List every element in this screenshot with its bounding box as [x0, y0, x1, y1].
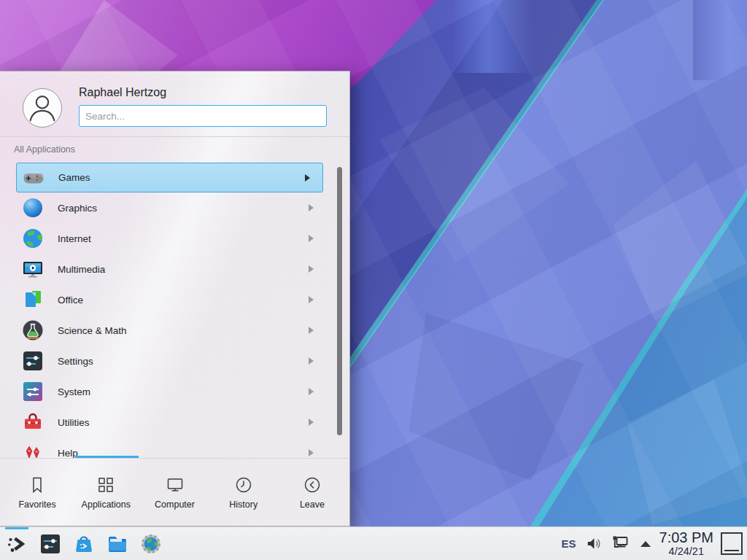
clock-icon — [234, 475, 253, 494]
taskbar-launchers — [0, 527, 168, 560]
application-launcher-menu: Raphael Hertzog All Applications Games — [0, 71, 350, 526]
user-avatar[interactable] — [23, 88, 62, 128]
grid-icon — [96, 475, 115, 494]
submenu-arrow-icon — [309, 419, 314, 426]
kde-launcher-icon — [5, 532, 28, 556]
user-name: Raphael Hertzog — [79, 86, 166, 99]
gamepad-icon — [22, 166, 45, 190]
discover-bag-icon — [72, 532, 96, 556]
tab-label: History — [229, 499, 258, 510]
system-settings-launcher[interactable] — [34, 527, 67, 560]
system-settings-icon — [39, 532, 62, 556]
digital-clock[interactable]: 7:03 PM 4/24/21 — [659, 530, 713, 557]
category-settings[interactable]: Settings — [0, 346, 349, 376]
submenu-arrow-icon — [309, 357, 314, 365]
search-input[interactable] — [79, 105, 327, 127]
taskbar: ES 7:03 PM 4/24/21 — [0, 526, 747, 560]
header-divider — [0, 136, 349, 137]
clock-date: 4/24/21 — [659, 545, 713, 557]
keyboard-layout-indicator[interactable]: ES — [562, 537, 576, 550]
web-browser-globe-icon — [139, 532, 163, 556]
category-utilities[interactable]: Utilities — [0, 407, 349, 438]
desktop: Raphael Hertzog All Applications Games — [0, 0, 747, 560]
system-sliders-icon — [21, 380, 44, 403]
globe-icon — [21, 227, 44, 250]
toolbox-icon — [21, 411, 44, 434]
tab-label: Leave — [300, 499, 325, 510]
sphere-icon — [21, 196, 44, 219]
category-games[interactable]: Games — [16, 163, 323, 192]
tab-label: Favorites — [18, 499, 55, 510]
flask-icon — [21, 319, 44, 342]
active-task-indicator — [5, 527, 28, 529]
web-browser-launcher[interactable] — [134, 527, 168, 560]
discover-launcher[interactable] — [67, 527, 101, 560]
category-label: Settings — [58, 356, 93, 367]
category-science-math[interactable]: Science & Math — [0, 315, 349, 346]
monitor-icon — [166, 475, 185, 494]
category-multimedia[interactable]: Multimedia — [0, 254, 349, 284]
category-system[interactable]: System — [0, 376, 349, 407]
category-label: Utilities — [58, 417, 90, 428]
submenu-arrow-icon — [309, 449, 314, 456]
list-scrollbar[interactable] — [337, 167, 342, 435]
person-icon — [23, 88, 61, 128]
section-label: All Applications — [14, 144, 75, 155]
category-label: Graphics — [58, 203, 97, 214]
tab-applications[interactable]: Applications — [71, 459, 140, 526]
bookmark-icon — [28, 475, 47, 494]
tab-computer[interactable]: Computer — [140, 459, 209, 526]
submenu-arrow-icon — [309, 235, 314, 242]
file-manager-folder-icon — [106, 532, 129, 556]
category-office[interactable]: Office — [0, 284, 349, 315]
submenu-arrow-icon — [309, 327, 314, 334]
tab-label: Applications — [82, 499, 131, 510]
category-label: Internet — [58, 233, 91, 244]
expand-tray-caret-icon[interactable] — [640, 541, 651, 547]
system-tray: ES 7:03 PM 4/24/21 — [562, 527, 747, 560]
tab-label: Computer — [155, 499, 195, 510]
category-label: Multimedia — [58, 264, 105, 275]
tab-leave[interactable]: Leave — [278, 459, 347, 526]
category-list: Games Graphics Internet — [0, 163, 349, 458]
launcher-header: Raphael Hertzog — [0, 71, 349, 136]
sliders-icon — [21, 349, 44, 373]
document-icon — [21, 288, 44, 311]
category-label: Office — [58, 295, 83, 306]
show-desktop-button[interactable] — [721, 532, 743, 555]
submenu-arrow-icon — [309, 265, 314, 273]
category-internet[interactable]: Internet — [0, 223, 349, 254]
launcher-tabbar: Favorites Applications C — [0, 459, 349, 526]
file-manager-launcher[interactable] — [101, 527, 134, 560]
tab-favorites[interactable]: Favorites — [3, 459, 71, 526]
tab-history[interactable]: History — [209, 459, 278, 526]
submenu-arrow-icon — [309, 388, 314, 395]
category-label: Games — [58, 172, 90, 183]
help-icon — [21, 441, 44, 458]
category-graphics[interactable]: Graphics — [0, 192, 349, 223]
submenu-arrow-icon — [309, 204, 314, 211]
submenu-arrow-icon — [305, 174, 310, 182]
volume-icon[interactable] — [585, 534, 603, 553]
submenu-arrow-icon — [309, 296, 314, 303]
leave-circle-icon — [303, 475, 322, 494]
category-help[interactable]: Help — [0, 438, 349, 458]
category-label: Science & Math — [58, 325, 127, 336]
clock-time: 7:03 PM — [659, 530, 713, 545]
category-label: System — [58, 386, 90, 397]
network-icon[interactable] — [611, 534, 630, 553]
monitor-play-icon — [21, 257, 44, 281]
app-launcher-button[interactable] — [0, 527, 34, 560]
